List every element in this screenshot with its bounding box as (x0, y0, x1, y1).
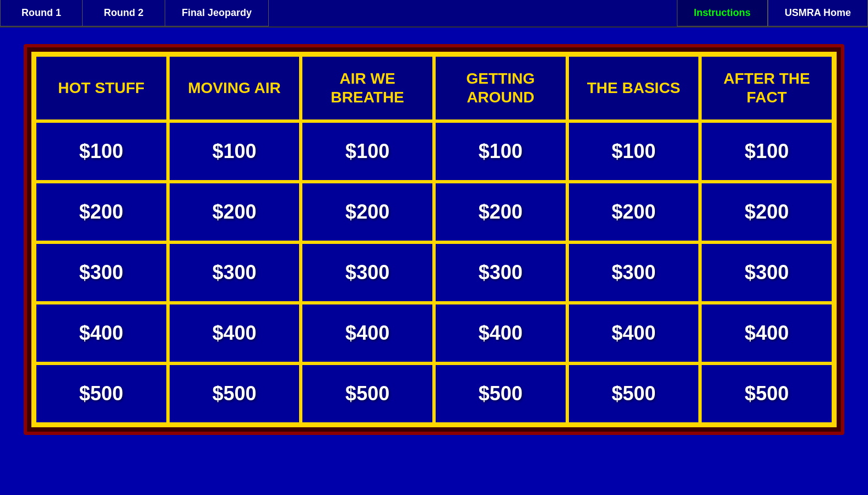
category-hot-stuff[interactable]: Hot Stuff (35, 55, 168, 121)
cell-moving-air-200[interactable]: $200 (168, 182, 301, 242)
cell-after-the-fact-300[interactable]: $300 (700, 242, 833, 303)
cell-getting-around-500[interactable]: $500 (434, 363, 567, 424)
board-grid: Hot Stuff Moving Air Air We Breathe Gett… (34, 54, 834, 425)
cell-after-the-fact-400[interactable]: $400 (700, 303, 833, 363)
cell-getting-around-100[interactable]: $100 (434, 121, 567, 182)
game-board: Hot Stuff Moving Air Air We Breathe Gett… (24, 44, 844, 435)
cell-moving-air-500[interactable]: $500 (168, 363, 301, 424)
category-after-the-fact[interactable]: After the Fact (700, 55, 833, 121)
cell-the-basics-100[interactable]: $100 (567, 121, 701, 182)
nav-right: Instructions USMRA Home (677, 0, 868, 26)
cell-getting-around-200[interactable]: $200 (434, 182, 567, 242)
category-air-we-breathe[interactable]: Air We Breathe (301, 55, 434, 121)
cell-the-basics-300[interactable]: $300 (567, 242, 701, 303)
cell-moving-air-100[interactable]: $100 (168, 121, 301, 182)
cell-after-the-fact-500[interactable]: $500 (700, 363, 833, 424)
cell-moving-air-300[interactable]: $300 (168, 242, 301, 303)
cell-air-we-breathe-300[interactable]: $300 (301, 242, 434, 303)
board-inner: Hot Stuff Moving Air Air We Breathe Gett… (31, 52, 837, 427)
cell-moving-air-400[interactable]: $400 (168, 303, 301, 363)
tab-final-jeopardy[interactable]: Final Jeopardy (165, 0, 269, 26)
cell-the-basics-500[interactable]: $500 (567, 363, 701, 424)
category-the-basics[interactable]: The Basics (567, 55, 701, 121)
cell-getting-around-400[interactable]: $400 (434, 303, 567, 363)
tab-round2[interactable]: Round 2 (83, 0, 165, 26)
cell-getting-around-300[interactable]: $300 (434, 242, 567, 303)
cell-air-we-breathe-100[interactable]: $100 (301, 121, 434, 182)
cell-after-the-fact-100[interactable]: $100 (700, 121, 833, 182)
category-moving-air[interactable]: Moving Air (168, 55, 301, 121)
tab-round1[interactable]: Round 1 (0, 0, 83, 26)
cell-hot-stuff-400[interactable]: $400 (35, 303, 168, 363)
nav-left: Round 1 Round 2 Final Jeopardy (0, 0, 677, 26)
cell-hot-stuff-200[interactable]: $200 (35, 182, 168, 242)
tab-instructions[interactable]: Instructions (677, 0, 768, 26)
cell-the-basics-400[interactable]: $400 (567, 303, 701, 363)
tab-usmra-home[interactable]: USMRA Home (768, 0, 868, 26)
board-container: Hot Stuff Moving Air Air We Breathe Gett… (0, 28, 868, 452)
nav-bar: Round 1 Round 2 Final Jeopardy Instructi… (0, 0, 868, 28)
cell-air-we-breathe-500[interactable]: $500 (301, 363, 434, 424)
cell-hot-stuff-100[interactable]: $100 (35, 121, 168, 182)
cell-hot-stuff-300[interactable]: $300 (35, 242, 168, 303)
cell-air-we-breathe-200[interactable]: $200 (301, 182, 434, 242)
cell-after-the-fact-200[interactable]: $200 (700, 182, 833, 242)
category-getting-around[interactable]: Getting Around (434, 55, 567, 121)
cell-hot-stuff-500[interactable]: $500 (35, 363, 168, 424)
cell-the-basics-200[interactable]: $200 (567, 182, 701, 242)
cell-air-we-breathe-400[interactable]: $400 (301, 303, 434, 363)
